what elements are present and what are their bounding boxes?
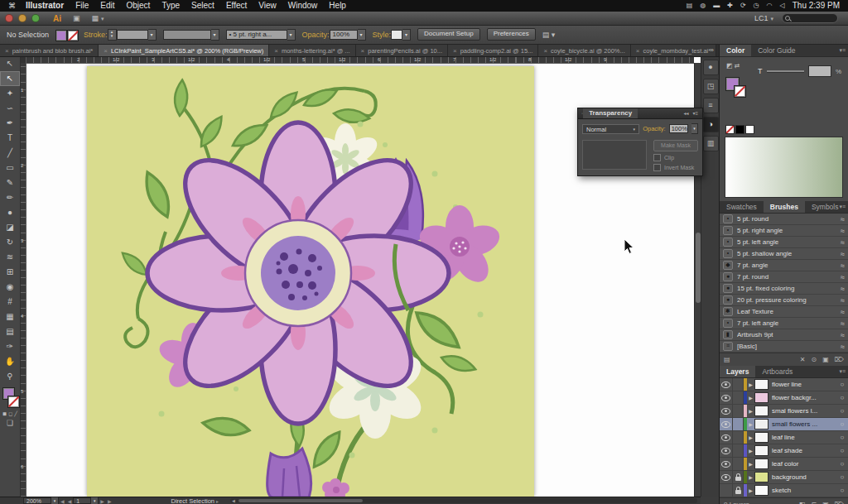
layer-thumbnail[interactable]: [754, 432, 768, 443]
brush-item[interactable]: ●20 pt. pressure coloring≈: [720, 295, 848, 306]
transparency-panel-header[interactable]: ◦ Transparency ◂◂ ▾≡: [577, 108, 703, 118]
bridge-icon[interactable]: ▣: [73, 14, 80, 22]
sync-status-icon[interactable]: ◍: [700, 0, 706, 12]
default-fill-stroke-icon[interactable]: ◩: [726, 62, 733, 70]
graphic-styles-panel-icon[interactable]: ◳: [703, 79, 719, 94]
make-mask-button[interactable]: Make Mask: [653, 140, 698, 151]
close-icon[interactable]: ×: [274, 47, 278, 55]
document-tab[interactable]: ×paddling-comp2.ai @ 15...: [448, 45, 538, 56]
pen-tool[interactable]: ✒: [0, 116, 20, 131]
camera-icon[interactable]: ▤: [687, 0, 693, 12]
document-tab-active[interactable]: ×LCInkPaint_SampleArtCS5.ai* @ 200% (RGB…: [99, 45, 269, 56]
target-circle-icon[interactable]: ○: [836, 381, 848, 388]
make-clipping-mask-icon[interactable]: ◧: [799, 501, 806, 504]
panel-menu-icon[interactable]: ▾≡: [839, 45, 846, 56]
target-circle-icon[interactable]: ○: [836, 394, 848, 401]
black-swatch[interactable]: [735, 125, 744, 134]
options-selected-object-icon[interactable]: ⊙: [811, 356, 817, 363]
brush-item[interactable]: •5 pt. round≈: [720, 214, 848, 225]
menu-view[interactable]: View: [258, 0, 277, 12]
brush-item[interactable]: ✱Leaf Texture≈: [720, 306, 848, 318]
eraser-tool[interactable]: ◪: [0, 220, 20, 235]
disclosure-triangle-icon[interactable]: ▶: [747, 487, 754, 493]
new-sublayer-icon[interactable]: ⊏: [811, 501, 817, 504]
brush-item[interactable]: •5 pt. shallow angle≈: [720, 248, 848, 260]
caret-down-icon[interactable]: ▾: [148, 29, 157, 41]
disclosure-triangle-icon[interactable]: ▶: [747, 461, 754, 467]
checkbox-icon[interactable]: [653, 154, 661, 161]
close-icon[interactable]: ×: [453, 47, 457, 55]
tab-layers[interactable]: Layers: [720, 366, 755, 377]
panel-menu-icon[interactable]: ▾≡: [692, 108, 702, 118]
artboard[interactable]: [87, 66, 534, 497]
tab-overflow-icon[interactable]: »: [711, 45, 714, 56]
visibility-toggle[interactable]: [720, 431, 733, 444]
disclosure-triangle-icon[interactable]: ▶: [747, 448, 754, 454]
appearance-panel-icon[interactable]: ▥: [703, 136, 719, 151]
stroke-weight-field[interactable]: [117, 30, 148, 40]
menu-object[interactable]: Object: [126, 0, 150, 12]
tab-brushes[interactable]: Brushes: [764, 201, 805, 213]
panel-menu-icon[interactable]: ▾≡: [839, 366, 846, 377]
layer-thumbnail[interactable]: [754, 472, 768, 482]
close-icon[interactable]: ×: [104, 47, 108, 55]
close-icon[interactable]: ×: [636, 47, 640, 55]
artboard-number-field[interactable]: 1: [73, 497, 91, 504]
layer-row[interactable]: ▶ leaf shade ○: [720, 444, 848, 458]
free-transform-tool[interactable]: ⊞: [0, 265, 20, 280]
document-setup-button[interactable]: Document Setup: [417, 28, 480, 41]
target-circle-icon[interactable]: ○: [836, 447, 848, 454]
drawing-mode-icon[interactable]: ❏: [0, 417, 20, 429]
gradient-mode-icon[interactable]: ◻: [8, 410, 12, 417]
new-brush-icon[interactable]: ▣: [822, 356, 829, 363]
menu-type[interactable]: Type: [161, 0, 180, 12]
stroke-color-swatch[interactable]: [734, 85, 746, 98]
layer-thumbnail[interactable]: [754, 419, 768, 430]
target-circle-icon[interactable]: ○: [836, 473, 848, 481]
color-spectrum-ramp[interactable]: [725, 137, 843, 198]
visibility-toggle[interactable]: [720, 378, 733, 391]
tab-swatches[interactable]: Swatches: [720, 201, 764, 213]
caret-down-icon[interactable]: ▾: [402, 29, 411, 41]
transparency-tab[interactable]: Transparency: [583, 108, 638, 118]
zoom-window-button[interactable]: [31, 14, 40, 22]
previous-artboard-icon[interactable]: ◀: [68, 498, 72, 504]
layer-row[interactable]: ▶ flower line ○: [720, 378, 848, 391]
hand-tool[interactable]: ✋: [0, 354, 20, 369]
first-artboard-icon[interactable]: ◀: [60, 498, 65, 504]
swap-fill-stroke-icon[interactable]: ⇄: [735, 62, 740, 70]
disclosure-triangle-icon[interactable]: ▶: [747, 382, 754, 387]
target-circle-icon[interactable]: ○: [836, 434, 848, 441]
brush-item[interactable]: •5 pt. left angle≈: [720, 237, 848, 248]
document-tab[interactable]: ×paintbrush and blob brush.ai*: [0, 45, 99, 56]
layer-row-selected[interactable]: ▶ small flowers ... ○: [720, 418, 848, 431]
blend-mode-select[interactable]: Normal▾: [582, 124, 639, 134]
none-swatch[interactable]: [725, 125, 735, 134]
target-circle-icon[interactable]: ○: [836, 487, 848, 494]
layer-row[interactable]: ▶ leaf color ○: [720, 458, 848, 471]
arrange-documents-icon[interactable]: ▦▾: [92, 14, 104, 22]
brush-item[interactable]: •5 pt. right angle≈: [720, 225, 848, 237]
control-panel-menu-icon[interactable]: ▤ ▾: [542, 31, 556, 39]
width-tool[interactable]: ≋: [0, 250, 20, 265]
time-machine-icon[interactable]: ◷: [754, 0, 759, 12]
clip-checkbox-row[interactable]: Clip: [653, 154, 698, 161]
layer-row[interactable]: ▶ background ○: [720, 471, 848, 484]
tab-artboards[interactable]: Artboards: [755, 366, 799, 377]
menu-file[interactable]: File: [75, 0, 89, 12]
panel-menu-icon[interactable]: ▾≡: [839, 201, 846, 213]
visibility-toggle[interactable]: [720, 471, 733, 483]
lock-toggle[interactable]: [733, 471, 744, 483]
caret-down-icon[interactable]: ▾: [358, 29, 366, 41]
disclosure-triangle-icon[interactable]: ▶: [747, 434, 754, 440]
brush-item[interactable]: ◆7 pt. angle≈: [720, 260, 848, 271]
menu-illustrator[interactable]: Illustrator: [26, 0, 64, 12]
disclosure-triangle-icon[interactable]: ▶: [747, 474, 754, 480]
visibility-toggle[interactable]: [720, 405, 733, 417]
disclosure-triangle-icon[interactable]: ▶: [747, 408, 754, 414]
visibility-toggle[interactable]: [720, 484, 733, 497]
opacity-field[interactable]: 100%: [330, 30, 358, 40]
layer-name[interactable]: leaf line: [772, 434, 836, 441]
paintbrush-tool[interactable]: ✎: [0, 175, 20, 190]
document-tab[interactable]: ×parentingPencils.ai @ 10...: [356, 45, 448, 56]
